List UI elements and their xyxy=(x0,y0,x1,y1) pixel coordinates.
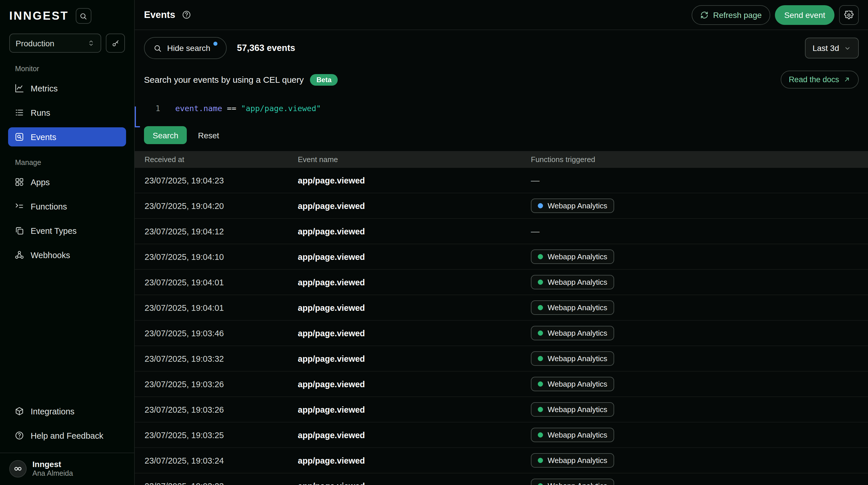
sidebar-section-items: Apps Functions Event Types Webhooks xyxy=(8,172,126,264)
event-name-cell: app/page.viewed xyxy=(298,227,531,236)
functions-cell: Webapp Analytics xyxy=(531,250,868,264)
table-row[interactable]: 23/07/2025, 19:04:12 app/page.viewed — xyxy=(135,219,868,244)
sidebar-item[interactable]: Event Types xyxy=(8,221,126,240)
table-row[interactable]: 23/07/2025, 19:04:10 app/page.viewed Web… xyxy=(135,244,868,270)
webhooks-icon xyxy=(14,250,24,260)
cel-search-panel: Search your events by using a CEL query … xyxy=(135,66,868,151)
search-button[interactable]: Search xyxy=(144,126,187,144)
event-name-cell: app/page.viewed xyxy=(298,252,531,261)
sidebar: INNGEST Production Monitor xyxy=(0,0,135,485)
search-icon xyxy=(153,44,162,52)
received-at-cell: 23/07/2025, 19:03:46 xyxy=(145,329,298,338)
sidebar-item[interactable]: Runs xyxy=(8,103,126,122)
time-range-select[interactable]: Last 3d xyxy=(805,38,859,58)
help-icon[interactable] xyxy=(182,10,191,20)
sidebar-item[interactable]: Metrics xyxy=(8,79,126,98)
table-row[interactable]: 23/07/2025, 19:03:26 app/page.viewed Web… xyxy=(135,397,868,423)
cel-query-editor[interactable]: 1 event.name == "app/page.viewed" xyxy=(144,95,859,121)
received-at-cell: 23/07/2025, 19:03:26 xyxy=(145,405,298,414)
apps-icon xyxy=(14,177,24,187)
function-pill-label: Webapp Analytics xyxy=(548,456,607,465)
environment-selector[interactable]: Production xyxy=(9,34,101,53)
received-at-cell: 23/07/2025, 19:04:12 xyxy=(145,227,298,236)
sidebar-item[interactable]: Apps xyxy=(8,172,126,192)
sidebar-search-button[interactable] xyxy=(76,8,91,24)
table-row[interactable]: 23/07/2025, 19:04:23 app/page.viewed — xyxy=(135,168,868,193)
received-at-cell: 23/07/2025, 19:04:10 xyxy=(145,252,298,261)
search-panel-title: Search your events by using a CEL query xyxy=(144,75,304,85)
profile-menu[interactable]: Inngest Ana Almeida xyxy=(0,453,134,485)
function-pill-label: Webapp Analytics xyxy=(548,329,607,337)
sidebar-item[interactable]: Integrations xyxy=(8,402,126,421)
functions-cell: Webapp Analytics xyxy=(531,402,868,417)
events-count: 57,363 events xyxy=(237,43,295,53)
table-row[interactable]: 23/07/2025, 19:04:01 app/page.viewed Web… xyxy=(135,295,868,321)
function-pill[interactable]: Webapp Analytics xyxy=(531,199,614,213)
table-row[interactable]: 23/07/2025, 19:03:32 app/page.viewed Web… xyxy=(135,346,868,372)
cel-query-code: event.name == "app/page.viewed" xyxy=(175,104,321,113)
sidebar-item[interactable]: Functions xyxy=(8,197,126,216)
table-row[interactable]: 23/07/2025, 19:03:23 app/page.viewed Web… xyxy=(135,474,868,485)
signing-key-button[interactable] xyxy=(106,34,125,53)
function-pill[interactable]: Webapp Analytics xyxy=(531,351,614,366)
function-pill[interactable]: Webapp Analytics xyxy=(531,377,614,391)
events-icon xyxy=(14,132,24,142)
functions-cell: Webapp Analytics xyxy=(531,326,868,340)
function-pill-label: Webapp Analytics xyxy=(548,354,607,363)
app-root: INNGEST Production Monitor xyxy=(0,0,868,485)
sidebar-item[interactable]: Webhooks xyxy=(8,246,126,264)
event-name-cell: app/page.viewed xyxy=(298,303,531,312)
function-status-dot xyxy=(538,381,543,387)
page-header: Events Refresh page Send event xyxy=(135,0,868,30)
hide-search-button[interactable]: Hide search xyxy=(144,37,226,59)
function-pill[interactable]: Webapp Analytics xyxy=(531,402,614,417)
received-at-cell: 23/07/2025, 19:03:24 xyxy=(145,456,298,465)
function-pill[interactable]: Webapp Analytics xyxy=(531,453,614,468)
function-pill[interactable]: Webapp Analytics xyxy=(531,428,614,442)
functions-cell: Webapp Analytics xyxy=(531,428,868,442)
time-range-label: Last 3d xyxy=(812,44,839,53)
events-toolbar: Hide search 57,363 events Last 3d xyxy=(135,30,868,66)
sidebar-item-label: Functions xyxy=(31,202,67,211)
send-event-button[interactable]: Send event xyxy=(775,5,834,25)
reset-button[interactable]: Reset xyxy=(198,131,219,140)
arrow-up-right-icon xyxy=(843,76,851,83)
environment-value: Production xyxy=(16,38,54,48)
sidebar-item[interactable]: Events xyxy=(8,127,126,146)
function-status-dot xyxy=(538,407,543,412)
table-row[interactable]: 23/07/2025, 19:03:25 app/page.viewed Web… xyxy=(135,423,868,448)
editor-focus-indicator xyxy=(135,107,140,127)
function-pill-label: Webapp Analytics xyxy=(548,380,607,388)
notification-dot xyxy=(213,42,217,46)
avatar xyxy=(9,460,27,477)
line-number: 1 xyxy=(144,104,160,113)
table-row[interactable]: 23/07/2025, 19:03:46 app/page.viewed Web… xyxy=(135,321,868,346)
code-token: event.name xyxy=(175,104,222,113)
column-header: Functions triggered xyxy=(531,155,868,164)
table-row[interactable]: 23/07/2025, 19:04:20 app/page.viewed Web… xyxy=(135,193,868,219)
page-title: Events xyxy=(144,9,175,20)
table-row[interactable]: 23/07/2025, 19:03:26 app/page.viewed Web… xyxy=(135,372,868,397)
function-pill-label: Webapp Analytics xyxy=(548,431,607,439)
sidebar-item-label: Integrations xyxy=(31,406,74,416)
event-name-cell: app/page.viewed xyxy=(298,379,531,389)
function-pill[interactable]: Webapp Analytics xyxy=(531,326,614,340)
table-row[interactable]: 23/07/2025, 19:03:24 app/page.viewed Web… xyxy=(135,448,868,474)
settings-button[interactable] xyxy=(839,5,859,25)
function-pill-label: Webapp Analytics xyxy=(548,252,607,261)
function-pill[interactable]: Webapp Analytics xyxy=(531,479,614,485)
functions-cell: Webapp Analytics xyxy=(531,453,868,468)
user-name: Ana Almeida xyxy=(32,469,73,478)
function-pill[interactable]: Webapp Analytics xyxy=(531,275,614,289)
function-pill[interactable]: Webapp Analytics xyxy=(531,250,614,264)
table-row[interactable]: 23/07/2025, 19:04:01 app/page.viewed Web… xyxy=(135,270,868,295)
sidebar-item[interactable]: Help and Feedback xyxy=(8,426,126,445)
functions-cell: Webapp Analytics xyxy=(531,199,868,213)
event-name-cell: app/page.viewed xyxy=(298,405,531,414)
read-docs-button[interactable]: Read the docs xyxy=(781,70,859,89)
column-header: Event name xyxy=(298,155,531,164)
function-status-dot xyxy=(538,203,543,208)
function-pill[interactable]: Webapp Analytics xyxy=(531,301,614,315)
event-name-cell: app/page.viewed xyxy=(298,456,531,465)
refresh-page-button[interactable]: Refresh page xyxy=(692,5,770,25)
